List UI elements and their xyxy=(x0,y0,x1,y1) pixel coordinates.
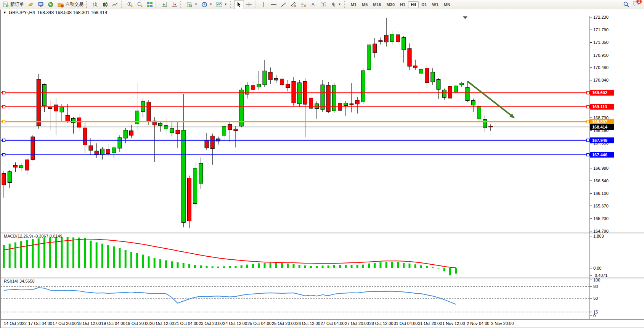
candle xyxy=(292,81,296,103)
candle xyxy=(454,86,458,92)
macd-hist-bar xyxy=(357,265,358,268)
text-tool-button[interactable]: A xyxy=(308,0,318,9)
toolbar-separator xyxy=(230,1,233,8)
chart-shift-marker[interactable] xyxy=(463,16,467,19)
macd-hist-bar xyxy=(3,245,5,268)
candle-chart-type-button[interactable] xyxy=(100,0,110,9)
timeframe-m5-button[interactable]: M5 xyxy=(359,1,370,8)
signal-icon xyxy=(48,2,54,8)
macd-hist-bar xyxy=(310,266,312,268)
candle xyxy=(129,131,133,135)
candle xyxy=(355,100,359,104)
line-handle[interactable] xyxy=(587,92,589,94)
zoom-in-button[interactable] xyxy=(125,0,135,9)
timeframe-mn-button[interactable]: MN xyxy=(441,1,453,8)
channel-tool-button[interactable]: E xyxy=(289,0,299,9)
macd-hist-bar xyxy=(409,264,411,268)
candle xyxy=(373,44,377,53)
candle xyxy=(222,126,226,135)
arrows-tool-button[interactable]: ▼ xyxy=(328,0,343,9)
signal-button[interactable] xyxy=(46,0,56,9)
line-handle[interactable] xyxy=(587,153,589,156)
fibonacci-tool-button[interactable]: F xyxy=(299,0,308,9)
chart-canvas[interactable]: 172.230171.790171.350170.910170.480170.0… xyxy=(0,16,644,328)
line-handle[interactable] xyxy=(587,106,589,108)
candle xyxy=(176,130,180,133)
zoom-out-button[interactable] xyxy=(135,0,145,9)
macd-hist-bar xyxy=(351,265,353,268)
collapse-chart-icon[interactable]: ▼ xyxy=(3,11,6,14)
clock-icon xyxy=(201,2,207,8)
macd-hist-bar xyxy=(229,266,231,268)
candle xyxy=(268,72,272,80)
line-handle[interactable] xyxy=(3,153,5,156)
auto-scroll-button[interactable] xyxy=(160,0,170,9)
candles-group xyxy=(2,18,493,228)
candlestick-icon xyxy=(102,2,108,8)
line-handle[interactable] xyxy=(587,120,589,123)
candle xyxy=(431,72,435,82)
time-axis-label: 28 Oct 12:00 xyxy=(369,321,393,326)
trendline-tool-button[interactable] xyxy=(279,0,289,9)
macd-hist-bar xyxy=(171,261,173,268)
tile-windows-button[interactable] xyxy=(145,0,155,9)
line-handle[interactable] xyxy=(3,120,5,123)
price-badge-label: 167.446 xyxy=(592,153,607,157)
macd-hist-bar xyxy=(345,265,347,268)
text-label-tool-button[interactable]: T xyxy=(318,0,328,9)
line-handle[interactable] xyxy=(3,106,5,108)
line-handle[interactable] xyxy=(3,92,5,94)
notifications-button[interactable]: 1 xyxy=(633,1,639,8)
indicators-button[interactable]: ▼ xyxy=(214,0,229,9)
timeframe-d1-button[interactable]: D1 xyxy=(419,1,429,8)
price-tick: 170.040 xyxy=(593,78,609,82)
gold-button[interactable] xyxy=(26,0,36,9)
macd-hist-bar xyxy=(455,268,457,273)
line-handle[interactable] xyxy=(3,139,5,141)
macd-hist-bar xyxy=(270,263,271,268)
bar-chart-type-button[interactable] xyxy=(90,0,100,9)
timeframe-w1-button[interactable]: W1 xyxy=(429,1,441,8)
new-order-button[interactable]: 新订单 xyxy=(1,0,26,9)
candle xyxy=(89,146,93,150)
trend-arrow[interactable] xyxy=(467,81,512,116)
auto-trading-button[interactable]: 自动交易 xyxy=(56,0,85,9)
period-button[interactable]: ▼ xyxy=(199,0,214,9)
macd-signal-line xyxy=(4,239,456,268)
horizontal-line-tool-button[interactable] xyxy=(269,0,279,9)
macd-hist-bar xyxy=(333,265,335,268)
new-chart-icon xyxy=(186,2,193,8)
candle xyxy=(326,85,330,112)
macd-hist-bar xyxy=(397,262,399,268)
line-chart-type-button[interactable] xyxy=(110,0,120,9)
vertical-line-tool-button[interactable] xyxy=(259,0,269,9)
candle xyxy=(437,80,440,90)
macd-hist-bar xyxy=(194,265,196,268)
timeframe-h1-button[interactable]: H1 xyxy=(397,1,408,8)
timeframe-h4-button[interactable]: H4 xyxy=(408,1,419,8)
search-icon[interactable] xyxy=(623,1,630,8)
chart-symbol-title: GBPJPY-,H4 xyxy=(9,10,35,15)
chart-shift-button[interactable] xyxy=(170,0,180,9)
line-handle[interactable] xyxy=(587,139,589,141)
candle xyxy=(112,148,116,153)
timeframe-m15-button[interactable]: M15 xyxy=(370,1,384,8)
crosshair-tool-button[interactable] xyxy=(244,0,254,9)
candle xyxy=(239,90,243,126)
timeframe-m30-button[interactable]: M30 xyxy=(384,1,397,8)
candle xyxy=(379,40,382,42)
candle xyxy=(8,172,11,183)
cursor-tool-button[interactable] xyxy=(234,0,244,9)
timeframe-m1-button[interactable]: M1 xyxy=(348,1,359,8)
trendline-icon xyxy=(281,2,287,8)
macd-hist-bar xyxy=(78,238,80,268)
candle xyxy=(413,66,417,68)
zoom-out-icon xyxy=(137,2,143,8)
chevron-down-icon: ▼ xyxy=(338,3,341,6)
macd-hist-bar xyxy=(61,237,63,268)
market-watch-button[interactable] xyxy=(36,0,46,9)
macd-hist-bar xyxy=(414,264,416,268)
text-label-icon: T xyxy=(320,2,326,8)
new-chart-button[interactable]: ▼ xyxy=(185,0,199,9)
macd-hist-bar xyxy=(165,260,167,268)
